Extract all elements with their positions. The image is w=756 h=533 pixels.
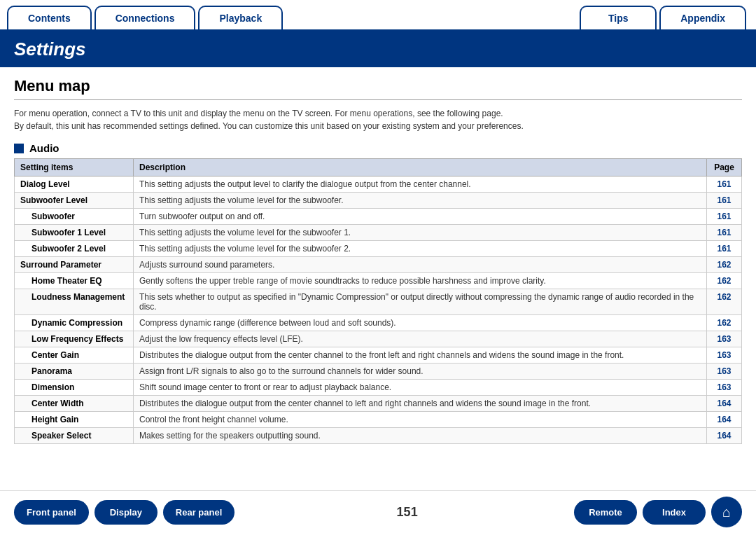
setting-page: 163 — [707, 380, 742, 396]
setting-page: 161 — [707, 241, 742, 257]
table-row: Center WidthDistributes the dialogue out… — [15, 396, 742, 412]
setting-name: Home Theater EQ — [15, 273, 134, 289]
setting-desc: Gently softens the upper treble range of… — [134, 273, 707, 289]
setting-name: Loudness Management — [15, 289, 134, 315]
bottom-nav: Front panel Display Rear panel 151 Remot… — [0, 490, 756, 533]
setting-page: 161 — [707, 225, 742, 241]
setting-name: Low Frequency Effects — [15, 331, 134, 347]
btn-remote[interactable]: Remote — [574, 500, 637, 525]
tab-playback[interactable]: Playback — [198, 6, 283, 29]
table-row: DimensionShift sound image center to fro… — [15, 380, 742, 396]
setting-page: 161 — [707, 209, 742, 225]
setting-name: Dimension — [15, 380, 134, 396]
setting-page: 162 — [707, 289, 742, 315]
col-header-setting: Setting items — [15, 159, 134, 176]
setting-desc: Adjust the low frequency effects level (… — [134, 331, 707, 347]
table-row: Subwoofer 2 LevelThis setting adjusts th… — [15, 241, 742, 257]
setting-name: Subwoofer Level — [15, 193, 134, 209]
setting-page: 163 — [707, 331, 742, 347]
setting-name: Subwoofer — [15, 209, 134, 225]
table-row: Home Theater EQGently softens the upper … — [15, 273, 742, 289]
setting-desc: This setting adjusts the volume level fo… — [134, 241, 707, 257]
section-audio-title: Audio — [14, 142, 742, 154]
setting-desc: Turn subwoofer output on and off. — [134, 209, 707, 225]
table-row: Dialog LevelThis setting adjusts the out… — [15, 176, 742, 193]
home-button[interactable]: ⌂ — [711, 497, 742, 527]
setting-desc: This sets whether to output as specified… — [134, 289, 707, 315]
intro-line2: By default, this unit has recommended se… — [14, 121, 524, 131]
setting-desc: Assign front L/R signals to also go to t… — [134, 364, 707, 380]
tab-appendix[interactable]: Appendix — [659, 6, 746, 29]
tab-tips[interactable]: Tips — [580, 6, 657, 29]
table-row: Center GainDistributes the dialogue outp… — [15, 347, 742, 364]
btn-index[interactable]: Index — [643, 500, 706, 525]
intro-text: For menu operation, connect a TV to this… — [14, 107, 742, 132]
col-header-desc: Description — [134, 159, 707, 176]
btn-display[interactable]: Display — [94, 500, 158, 525]
settings-table: Setting items Description Page Dialog Le… — [14, 158, 742, 444]
setting-name: Dynamic Compression — [15, 315, 134, 331]
page-number: 151 — [240, 505, 574, 520]
table-row: PanoramaAssign front L/R signals to also… — [15, 364, 742, 380]
setting-name: Panorama — [15, 364, 134, 380]
setting-name: Subwoofer 2 Level — [15, 241, 134, 257]
btn-front-panel[interactable]: Front panel — [14, 500, 89, 525]
setting-page: 164 — [707, 428, 742, 444]
setting-page: 161 — [707, 176, 742, 193]
setting-page: 164 — [707, 396, 742, 412]
main-content: Menu map For menu operation, connect a T… — [0, 67, 756, 490]
setting-name: Center Width — [15, 396, 134, 412]
top-nav: Contents Connections Playback Tips Appen… — [0, 0, 756, 32]
setting-page: 161 — [707, 193, 742, 209]
setting-name: Surround Parameter — [15, 257, 134, 273]
setting-page: 162 — [707, 273, 742, 289]
setting-desc: This setting adjusts the volume level fo… — [134, 225, 707, 241]
setting-desc: Shift sound image center to front or rea… — [134, 380, 707, 396]
setting-desc: Distributes the dialogue output from the… — [134, 396, 707, 412]
intro-line1: For menu operation, connect a TV to this… — [14, 109, 503, 118]
table-row: Low Frequency EffectsAdjust the low freq… — [15, 331, 742, 347]
col-header-page: Page — [707, 159, 742, 176]
setting-desc: Control the front height channel volume. — [134, 412, 707, 428]
audio-label: Audio — [29, 142, 59, 154]
table-row: Surround ParameterAdjusts surround sound… — [15, 257, 742, 273]
table-row: Dynamic CompressionCompress dynamic rang… — [15, 315, 742, 331]
setting-name: Subwoofer 1 Level — [15, 225, 134, 241]
table-row: Loudness ManagementThis sets whether to … — [15, 289, 742, 315]
setting-page: 162 — [707, 257, 742, 273]
tab-contents[interactable]: Contents — [7, 6, 92, 29]
tab-connections[interactable]: Connections — [94, 6, 196, 29]
table-row: SubwooferTurn subwoofer output on and of… — [15, 209, 742, 225]
setting-name: Center Gain — [15, 347, 134, 364]
setting-page: 164 — [707, 412, 742, 428]
setting-page: 163 — [707, 347, 742, 364]
setting-page: 163 — [707, 364, 742, 380]
setting-desc: This setting adjusts the output level to… — [134, 176, 707, 193]
setting-desc: Adjusts surround sound parameters. — [134, 257, 707, 273]
setting-desc: Compress dynamic range (difference betwe… — [134, 315, 707, 331]
page-title: Menu map — [14, 77, 742, 100]
setting-name: Height Gain — [15, 412, 134, 428]
setting-desc: This setting adjusts the volume level fo… — [134, 193, 707, 209]
table-row: Subwoofer LevelThis setting adjusts the … — [15, 193, 742, 209]
table-row: Speaker SelectMakes setting for the spea… — [15, 428, 742, 444]
setting-name: Dialog Level — [15, 176, 134, 193]
table-row: Subwoofer 1 LevelThis setting adjusts th… — [15, 225, 742, 241]
setting-desc: Makes setting for the speakers outputtin… — [134, 428, 707, 444]
setting-desc: Distributes the dialogue output from the… — [134, 347, 707, 364]
settings-header: Settings — [0, 32, 756, 67]
table-row: Height GainControl the front height chan… — [15, 412, 742, 428]
setting-page: 162 — [707, 315, 742, 331]
setting-name: Speaker Select — [15, 428, 134, 444]
btn-rear-panel[interactable]: Rear panel — [163, 500, 234, 525]
